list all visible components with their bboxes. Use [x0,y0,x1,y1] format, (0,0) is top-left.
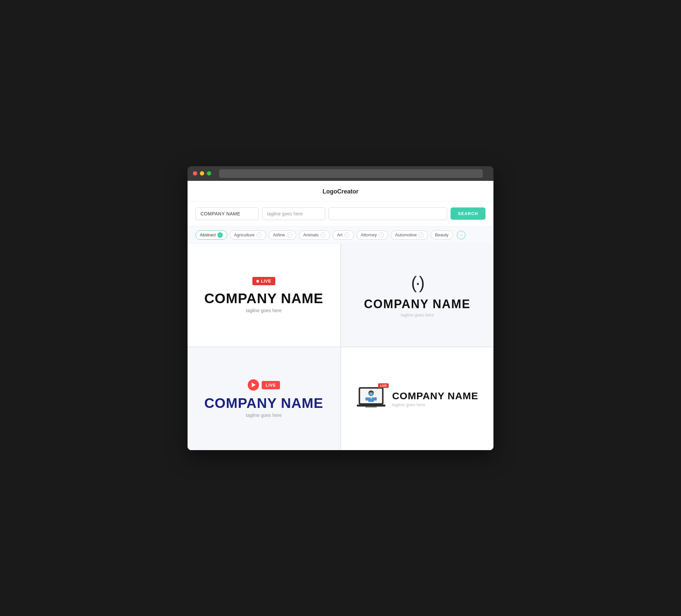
svg-rect-7 [368,397,374,402]
browser-titlebar [187,166,494,181]
search-button[interactable]: SEARCH [451,207,485,220]
filter-animals[interactable]: Animals ✓ [299,230,330,240]
address-bar[interactable] [219,169,483,178]
logo-card-3[interactable]: LIVE COMPANY NAME tagline goes here [187,348,340,450]
filter-airline[interactable]: Airline ✓ [269,230,296,240]
minimize-button[interactable] [200,171,204,176]
live-label-3: LIVE [262,381,280,389]
close-button[interactable] [193,171,197,176]
app-header: LogoCreator [187,181,494,202]
filter-attorney-label: Attorney [361,232,377,237]
check-circle-art: ✓ [344,232,350,238]
logo-card-1[interactable]: LIVE COMPANY NAME tagline goes here [187,244,340,347]
tagline-input[interactable] [262,207,325,220]
filter-art[interactable]: Art ✓ [332,230,354,240]
filter-animals-label: Animals [303,232,319,237]
svg-rect-2 [357,405,385,407]
check-icon-abstract: ✓ [218,232,223,238]
app-title: LogoCreator [323,188,358,195]
card3-company-name: COMPANY NAME [204,395,323,411]
filter-agriculture-label: Agriculture [234,232,255,237]
card1-company-name: COMPANY NAME [204,290,323,307]
filter-attorney[interactable]: Attorney ✓ [356,230,388,240]
filter-automotive[interactable]: Automotive ✓ [391,230,428,240]
check-circle-attorney: ✓ [378,232,384,238]
live-badge-1: LIVE [252,277,275,285]
filter-automotive-label: Automotive [395,232,417,237]
card4-text: COMPANY NAME tagline goes here [392,390,478,407]
live-label-1: LIVE [261,279,271,284]
check-circle-automotive: ✓ [418,232,424,238]
svg-rect-9 [374,397,377,401]
maximize-button[interactable] [207,171,211,176]
filter-bar: Abstract ✓ Agriculture ✓ Airline ✓ Anima… [187,226,494,244]
next-filters-button[interactable]: → [457,231,465,239]
filter-beauty-label: Beauty [435,232,448,237]
laptop-icon [356,386,386,411]
browser-window: LogoCreator SEARCH Abstract ✓ Agricultur… [187,166,494,450]
card3-tagline: tagline goes here [246,413,282,418]
logo-card-4[interactable]: LIVE [341,348,494,450]
check-circle-agriculture: ✓ [256,232,262,238]
svg-rect-8 [365,397,368,401]
card4-tagline: tagline goes here [392,402,478,407]
card2-company-name: COMPANY NAME [364,297,471,311]
filter-art-label: Art [337,232,343,237]
play-triangle-icon [252,383,256,387]
logo-grid: LIVE COMPANY NAME tagline goes here (·) … [187,244,494,450]
live-label-4: LIVE [378,383,389,388]
keyword-input[interactable] [329,207,447,220]
filter-airline-label: Airline [273,232,285,237]
search-bar: SEARCH [187,202,494,226]
company-name-input[interactable] [196,207,259,220]
filter-beauty[interactable]: Beauty [431,230,453,239]
check-circle-animals: ✓ [320,232,326,238]
radio-icon: (·) [411,273,423,292]
laptop-icon-wrapper: LIVE [356,386,386,411]
filter-abstract[interactable]: Abstract ✓ [196,230,227,240]
filter-abstract-label: Abstract [200,232,216,237]
logo-card-2[interactable]: (·) COMPANY NAME tagline goes here [341,244,494,347]
card4-company-name: COMPANY NAME [392,390,478,401]
play-live-badge: LIVE [248,379,280,391]
browser-content: LogoCreator SEARCH Abstract ✓ Agricultur… [187,181,494,450]
svg-rect-3 [365,407,377,408]
check-circle-airline: ✓ [287,232,292,238]
play-circle-icon [248,379,259,391]
filter-agriculture[interactable]: Agriculture ✓ [230,230,266,240]
card4-content: LIVE [356,386,478,411]
live-dot-icon [256,280,259,283]
card2-tagline: tagline goes here [401,312,434,317]
card1-tagline: tagline goes here [246,308,282,313]
